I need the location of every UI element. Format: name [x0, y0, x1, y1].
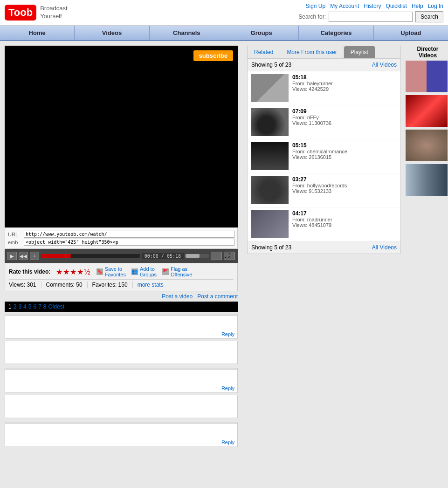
item-5-info: 04:17 From: roadrunner Views: 48451079	[292, 210, 397, 228]
item-2-duration: 07:09	[292, 108, 397, 115]
flag-offensive-button[interactable]: 🚩 Flag asOffensive	[162, 266, 192, 277]
tab-related[interactable]: Related	[248, 46, 280, 58]
nav-upload[interactable]: Upload	[374, 26, 448, 40]
comment-2-reply-link[interactable]: Reply	[221, 385, 234, 391]
page-5[interactable]: 5	[28, 303, 32, 310]
nav-categories[interactable]: Categories	[299, 26, 373, 40]
director-thumb-4[interactable]	[406, 164, 448, 196]
playlist-footer: Showing 5 of 23 All Videos	[248, 241, 400, 254]
page-2[interactable]: 2	[14, 303, 17, 310]
page-6[interactable]: 6	[33, 303, 36, 310]
comment-1: Reply	[5, 314, 238, 339]
left-panel: subscribe URL emb ▶ ◀◀ + 00:00 / 05:18	[5, 46, 242, 447]
volume-icon[interactable]	[211, 252, 222, 260]
nav-channels[interactable]: Channels	[150, 26, 224, 40]
comments-stat: Comments: 50	[41, 282, 88, 288]
item-5-from: From: roadrunner	[292, 217, 397, 222]
emb-input[interactable]	[24, 239, 234, 246]
stats-row: Views: 301 Comments: 50 Favorites: 150 m…	[9, 279, 234, 288]
all-videos-bottom-link[interactable]: All Videos	[372, 244, 397, 251]
playlist-item-1[interactable]: 05:18 From: haleyturner Views: 4242529	[248, 71, 400, 105]
playlist-item-2[interactable]: 07:09 From: riFFy Views: 11300736	[248, 105, 400, 139]
url-input[interactable]	[24, 231, 234, 238]
playlist-item-4[interactable]: 03:27 From: hollywoodrecords Views: 9153…	[248, 173, 400, 207]
prev-button[interactable]: ◀◀	[19, 252, 28, 260]
post-comment-link[interactable]: Post a comment	[197, 293, 238, 300]
comment-1-body	[5, 316, 237, 330]
top-nav: Sign Up My Account History Quicklist Hel…	[306, 3, 443, 9]
search-button[interactable]: Search	[415, 11, 443, 22]
nav-videos[interactable]: Videos	[75, 26, 149, 40]
add-to-groups-button[interactable]: 👥 Add toGroups	[131, 266, 157, 277]
page-4[interactable]: 4	[23, 303, 27, 310]
flag-label: Flag asOffensive	[171, 266, 192, 277]
more-stats-link[interactable]: more stats	[133, 282, 168, 288]
item-5-views: Views: 48451079	[292, 222, 397, 228]
myaccount-link[interactable]: My Account	[330, 3, 359, 9]
star-rating[interactable]: ★★★★½	[56, 268, 90, 276]
flag-icon: 🚩	[162, 268, 169, 275]
add-button[interactable]: +	[30, 252, 39, 260]
director-thumb-1[interactable]	[406, 61, 448, 92]
footer-showing: Showing 5 of 23	[251, 244, 291, 251]
item-1-views: Views: 4242529	[292, 86, 397, 92]
thumb-4	[251, 176, 289, 204]
page-oldest[interactable]: Oldest	[48, 303, 65, 310]
comment-1-reply-link[interactable]: Reply	[221, 331, 234, 337]
favorites-stat: Favorites: 150	[88, 282, 133, 288]
thumb-5	[251, 210, 289, 238]
help-link[interactable]: Help	[412, 3, 423, 9]
comment-3-reply-link[interactable]: Reply	[221, 440, 234, 445]
search-input[interactable]	[329, 12, 413, 22]
login-link[interactable]: Log In	[428, 3, 443, 9]
tab-more-from-user[interactable]: More From this user	[280, 46, 344, 58]
item-3-from: From: chemicalromance	[292, 149, 397, 154]
history-link[interactable]: History	[364, 3, 381, 9]
item-2-from: From: riFFy	[292, 115, 397, 120]
save-to-favorites-button[interactable]: 🔖 Save toFavorites	[96, 266, 126, 277]
progress-bar[interactable]	[41, 254, 140, 258]
director-thumb-3[interactable]	[406, 130, 448, 161]
signup-link[interactable]: Sign Up	[306, 3, 326, 9]
center-panel: Related More From this user Playlist Sho…	[247, 46, 401, 447]
navbar: Home Videos Channels Groups Categories U…	[0, 26, 448, 41]
logo-icon: Toob	[5, 5, 36, 21]
item-3-duration: 05:15	[292, 142, 397, 149]
all-videos-top-link[interactable]: All Videos	[372, 62, 397, 68]
add-groups-label: Add toGroups	[140, 266, 157, 277]
page-8[interactable]: 8	[43, 303, 47, 310]
comment-2-input[interactable]	[5, 395, 238, 418]
director-thumb-2[interactable]	[406, 95, 448, 127]
quicklist-link[interactable]: Quicklist	[386, 3, 407, 9]
views-stat: Views: 301	[9, 282, 41, 288]
item-3-views: Views: 26136015	[292, 154, 397, 160]
logo-area: Toob Broadcast Yourself	[5, 5, 68, 21]
page-1[interactable]: 1	[8, 303, 12, 310]
fullscreen-button[interactable]: ⛶	[224, 252, 235, 260]
page-7[interactable]: 7	[38, 303, 41, 310]
item-1-info: 05:18 From: haleyturner Views: 4242529	[292, 74, 397, 92]
comment-3-body	[5, 424, 237, 438]
time-display: 00:00 / 05:18	[142, 253, 184, 259]
tab-playlist[interactable]: Playlist	[344, 46, 375, 58]
thumb-3	[251, 142, 289, 170]
playlist-item-3[interactable]: 05:15 From: chemicalromance Views: 26136…	[248, 139, 400, 173]
nav-home[interactable]: Home	[0, 26, 75, 40]
thumb-1	[251, 74, 289, 102]
header: Toob Broadcast Yourself Sign Up My Accou…	[0, 0, 448, 26]
post-video-link[interactable]: Post a video	[162, 293, 193, 300]
nav-groups[interactable]: Groups	[224, 26, 299, 40]
main-content: subscribe URL emb ▶ ◀◀ + 00:00 / 05:18	[0, 41, 448, 452]
playlist-tabs: Related More From this user Playlist	[248, 46, 400, 59]
subscribe-button[interactable]: subscribe	[193, 50, 233, 61]
volume-bar[interactable]	[186, 254, 209, 258]
playlist-item-5[interactable]: 04:17 From: roadrunner Views: 48451079	[248, 207, 400, 241]
video-meta: Rate this video: ★★★★½ 🔖 Save toFavorite…	[5, 263, 238, 291]
rate-row: Rate this video: ★★★★½ 🔖 Save toFavorite…	[9, 266, 234, 277]
comment-1-input[interactable]	[5, 341, 238, 364]
video-controls: ▶ ◀◀ + 00:00 / 05:18 ⛶	[5, 249, 238, 263]
thumb-2	[251, 108, 289, 136]
play-button[interactable]: ▶	[7, 252, 17, 260]
video-player: subscribe	[5, 46, 238, 227]
page-3[interactable]: 3	[18, 303, 21, 310]
